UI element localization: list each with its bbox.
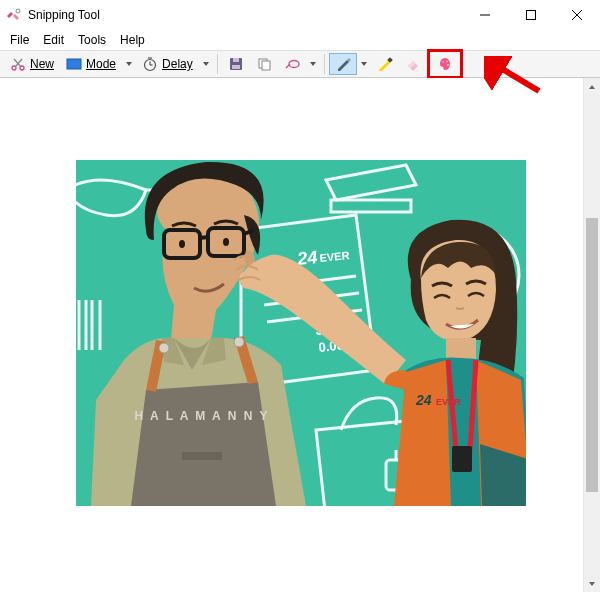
titlebar: Snipping Tool (0, 0, 600, 30)
send-button[interactable] (278, 53, 306, 75)
pen-icon (335, 56, 351, 72)
svg-text:24: 24 (415, 392, 432, 408)
menu-file[interactable]: File (4, 32, 35, 48)
svg-rect-9 (67, 59, 81, 69)
close-button[interactable] (554, 0, 600, 30)
svg-rect-55 (446, 338, 476, 360)
menubar: File Edit Tools Help (0, 30, 600, 50)
copy-icon (256, 56, 272, 72)
canvas[interactable]: 24 EVER 3.00 0.00 (0, 78, 583, 592)
separator (324, 54, 325, 74)
save-icon (228, 56, 244, 72)
svg-point-19 (289, 61, 299, 68)
svg-point-23 (447, 64, 449, 66)
svg-rect-18 (262, 61, 270, 70)
screenshot-illustration: 24 EVER 3.00 0.00 (76, 160, 526, 506)
svg-text:EVER: EVER (436, 397, 461, 407)
paint3d-icon (437, 56, 453, 72)
pen-button[interactable] (329, 53, 357, 75)
window-title: Snipping Tool (28, 8, 100, 22)
send-dropdown[interactable] (306, 53, 320, 75)
svg-rect-15 (233, 58, 239, 62)
svg-point-53 (234, 337, 244, 347)
eraser-icon (405, 56, 421, 72)
paint3d-button[interactable] (431, 53, 459, 75)
mode-label: Mode (86, 57, 116, 71)
svg-rect-16 (232, 65, 240, 69)
app-icon (6, 7, 22, 23)
rectangle-mode-icon (66, 56, 82, 72)
svg-point-52 (159, 343, 169, 353)
svg-point-0 (16, 9, 20, 13)
scroll-down-button[interactable] (584, 575, 600, 592)
copy-button[interactable] (250, 53, 278, 75)
highlighter-button[interactable] (371, 53, 399, 75)
svg-point-22 (446, 61, 448, 63)
svg-point-49 (179, 240, 185, 248)
mode-dropdown[interactable] (122, 53, 136, 75)
scroll-thumb[interactable] (586, 218, 598, 492)
delay-button[interactable]: Delay (136, 53, 199, 75)
svg-rect-51 (182, 452, 222, 460)
highlighter-icon (377, 56, 393, 72)
separator (217, 54, 218, 74)
svg-text:H A L A M A N N Y: H A L A M A N N Y (135, 409, 270, 423)
vertical-scrollbar[interactable] (583, 78, 600, 592)
delay-dropdown[interactable] (199, 53, 213, 75)
eraser-button[interactable] (399, 53, 427, 75)
svg-line-47 (200, 237, 208, 238)
pen-dropdown[interactable] (357, 53, 371, 75)
new-label: New (30, 57, 54, 71)
minimize-button[interactable] (462, 0, 508, 30)
svg-point-50 (223, 238, 229, 246)
menu-help[interactable]: Help (114, 32, 151, 48)
captured-screenshot: 24 EVER 3.00 0.00 (76, 160, 526, 506)
maximize-button[interactable] (508, 0, 554, 30)
scissors-icon (10, 56, 26, 72)
svg-rect-58 (452, 446, 472, 472)
delay-label: Delay (162, 57, 193, 71)
paint3d-highlight (427, 49, 463, 79)
clock-icon (142, 56, 158, 72)
content-area: 24 EVER 3.00 0.00 (0, 78, 600, 592)
scroll-up-button[interactable] (584, 78, 600, 95)
svg-rect-2 (527, 11, 536, 20)
window-controls (462, 0, 600, 30)
menu-edit[interactable]: Edit (37, 32, 70, 48)
envelope-icon (284, 56, 300, 72)
save-button[interactable] (222, 53, 250, 75)
toolbar: New Mode Delay (0, 50, 600, 78)
svg-point-21 (442, 61, 444, 63)
mode-button[interactable]: Mode (60, 53, 122, 75)
new-button[interactable]: New (4, 53, 60, 75)
menu-tools[interactable]: Tools (72, 32, 112, 48)
